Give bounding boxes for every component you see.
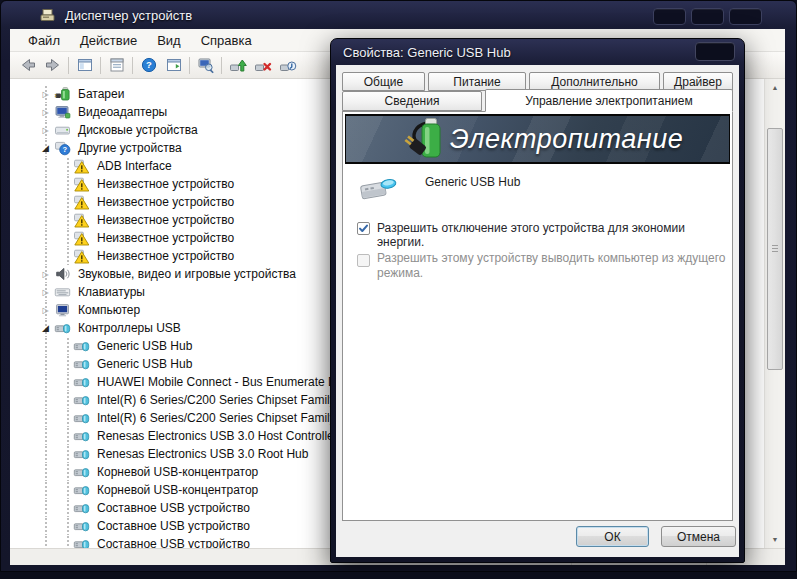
- dialog-title: Свойства: Generic USB Hub: [343, 45, 511, 60]
- menu-item[interactable]: Файл: [18, 31, 70, 50]
- tree-item-label: Составное USB устройство: [95, 519, 252, 533]
- usb-icon: [73, 392, 90, 408]
- scan-icon[interactable]: [193, 54, 218, 76]
- warning-icon: [73, 158, 90, 174]
- dialog-titlebar[interactable]: Свойства: Generic USB Hub: [331, 39, 744, 65]
- usb-icon: [73, 374, 90, 390]
- tree-item-label: Контроллеры USB: [76, 321, 183, 335]
- dialog-buttons: ОК Отмена: [576, 526, 736, 547]
- tree-item-label: Дисковые устройства: [76, 123, 200, 137]
- scrollbar-thumb[interactable]: [767, 128, 783, 370]
- ok-button[interactable]: ОК: [576, 526, 649, 547]
- toolbar-separator: [221, 57, 222, 74]
- warning-icon: [73, 248, 90, 264]
- dialog-tab[interactable]: Сведения: [342, 91, 482, 111]
- tree-item-label: Клавиатуры: [76, 285, 147, 299]
- checkbox-label: Разрешить отключение этого устройства дл…: [377, 221, 732, 249]
- dialog-tab-active[interactable]: Управление электропитанием: [485, 89, 733, 112]
- properties-icon[interactable]: [104, 54, 129, 76]
- dialog-body: ОбщиеПитаниеДополнительноДрайвер Сведени…: [336, 65, 739, 557]
- tree-item-label: ADB Interface: [95, 159, 174, 173]
- properties-dialog: Свойства: Generic USB Hub ОбщиеПитаниеДо…: [330, 38, 745, 563]
- device-row: Generic USB Hub: [357, 172, 520, 202]
- update-driver-icon[interactable]: [225, 54, 250, 76]
- usb-icon: [73, 446, 90, 462]
- toolbar-separator: [68, 57, 69, 74]
- tree-item-label: Другие устройства: [76, 141, 184, 155]
- tree-item-label: Неизвестное устройство: [95, 195, 236, 209]
- back-icon[interactable]: [15, 54, 40, 76]
- expander-expanded-icon[interactable]: ◢: [38, 323, 53, 333]
- toolbar-separator: [100, 57, 101, 74]
- taskbar[interactable]: [0, 572, 797, 579]
- checkmark-icon: [358, 223, 369, 234]
- minimize-button[interactable]: [653, 8, 686, 25]
- display-icon: [54, 104, 71, 120]
- scroll-up-icon[interactable]: ▲: [765, 79, 785, 96]
- tree-item-label: Звуковые, видео и игровые устройства: [76, 267, 298, 281]
- tree-item-label: Renesas Electronics USB 3.0 Root Hub: [95, 447, 310, 461]
- scroll-down-icon[interactable]: ▼: [765, 531, 785, 548]
- tree-item-label: Неизвестное устройство: [95, 177, 236, 191]
- dialog-tab[interactable]: Общие: [342, 72, 425, 91]
- tree-item-label: Составное USB устройство: [95, 501, 252, 515]
- tree-item-label: Generic USB Hub: [95, 357, 194, 371]
- close-button[interactable]: [729, 8, 762, 25]
- tree-item-label: Renesas Electronics USB 3.0 Host Control…: [95, 429, 340, 443]
- expander-expanded-icon[interactable]: ◢: [38, 143, 53, 153]
- usb-device-icon: [357, 172, 401, 202]
- usb-icon: [73, 482, 90, 498]
- expander-collapsed-icon[interactable]: ▷: [38, 270, 53, 279]
- checkbox-checked[interactable]: [357, 222, 370, 235]
- expander-collapsed-icon[interactable]: ▷: [38, 108, 53, 117]
- power-banner: Электропитание: [345, 114, 730, 164]
- speaker-icon: [54, 266, 71, 282]
- tree-item-label: Intel(R) 6 Series/C200 Series Chipset Fa…: [95, 411, 350, 425]
- usb-icon: [54, 320, 71, 336]
- warning-icon: [73, 212, 90, 228]
- usb-icon: [73, 338, 90, 354]
- toolbar-separator: [132, 57, 133, 74]
- tree-item-label: Корневой USB-концентратор: [95, 483, 260, 497]
- menu-item[interactable]: Вид: [147, 31, 191, 50]
- usb-icon: [73, 428, 90, 444]
- tree-item-label: Компьютер: [76, 303, 142, 317]
- checkbox-label: Разрешить этому устройству выводить комп…: [377, 251, 749, 281]
- action-pane-icon[interactable]: [161, 54, 186, 76]
- expander-collapsed-icon[interactable]: ▷: [38, 288, 53, 297]
- warning-icon: [73, 176, 90, 192]
- menu-item[interactable]: Справка: [191, 31, 262, 50]
- show-console-tree-icon[interactable]: [72, 54, 97, 76]
- expander-collapsed-icon[interactable]: ▷: [38, 306, 53, 315]
- window-title: Диспетчер устройств: [65, 8, 192, 23]
- tree-item-label: Составное USB устройство: [95, 537, 252, 548]
- tree-item-label: HUAWEI Mobile Connect - Bus Enumerate D: [95, 375, 339, 389]
- battery-icon: [54, 86, 71, 102]
- svg-text:?: ?: [146, 59, 152, 70]
- warning-icon: [73, 194, 90, 210]
- keyboard-icon: [54, 284, 71, 300]
- usb-icon: [73, 356, 90, 372]
- vertical-scrollbar[interactable]: ▲ ▼: [764, 79, 785, 548]
- expander-collapsed-icon[interactable]: ▷: [38, 90, 53, 99]
- scan-changes-icon[interactable]: [275, 54, 300, 76]
- maximize-button[interactable]: [691, 8, 724, 25]
- computer-icon: [54, 302, 71, 318]
- tree-item-label: Неизвестное устройство: [95, 213, 236, 227]
- tree-item-label: Корневой USB-концентратор: [95, 465, 260, 479]
- disk-icon: [54, 122, 71, 138]
- menu-item[interactable]: Действие: [70, 31, 147, 50]
- cancel-button[interactable]: Отмена: [661, 526, 736, 547]
- uninstall-icon[interactable]: [250, 54, 275, 76]
- battery-plug-icon: [402, 116, 450, 162]
- forward-icon[interactable]: [40, 54, 65, 76]
- expander-collapsed-icon[interactable]: ▷: [38, 126, 53, 135]
- tree-item-label: Неизвестное устройство: [95, 231, 236, 245]
- help-icon[interactable]: ?: [136, 54, 161, 76]
- checkbox-unchecked[interactable]: [357, 254, 370, 267]
- dialog-close-button[interactable]: [695, 42, 735, 61]
- tab-strip: ОбщиеПитаниеДополнительноДрайвер Сведени…: [342, 72, 733, 112]
- power-management-tab-page: Электропитание: [342, 111, 733, 521]
- tree-item-label: Intel(R) 6 Series/C200 Series Chipset Fa…: [95, 393, 350, 407]
- tree-item-label: Батареи: [76, 87, 126, 101]
